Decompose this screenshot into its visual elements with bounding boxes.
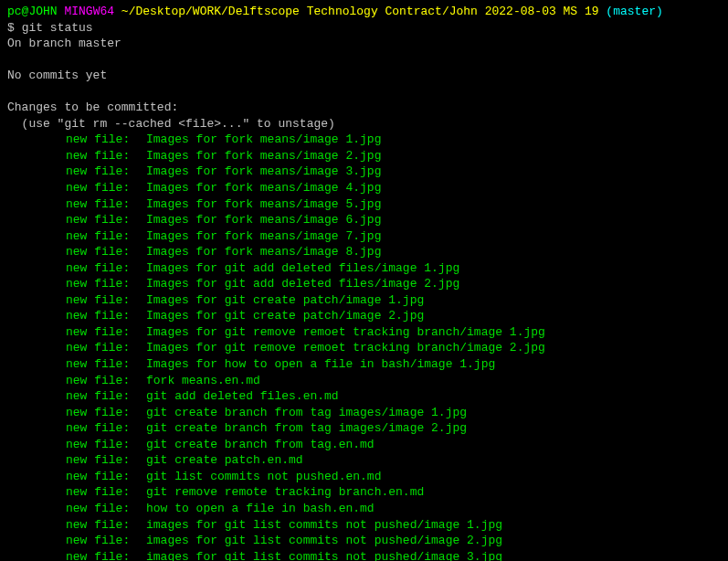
file-path: images for git list commits not pushed/i… [146, 534, 502, 547]
prompt-branch-open: ( [606, 5, 613, 18]
changes-header: Changes to be committed: [7, 100, 721, 116]
no-commits-line: No commits yet [7, 68, 721, 84]
file-path: git add deleted files.en.md [146, 389, 339, 403]
file-status: new file: [66, 452, 146, 469]
file-status: new file: [66, 340, 146, 356]
file-status: new file: [66, 148, 146, 164]
file-status: new file: [66, 484, 146, 501]
prompt-path: /Desktop/WORK/Delftscope Technology Cont… [129, 5, 599, 18]
file-entry: new file:Images for git create patch/ima… [7, 308, 721, 324]
file-status: new file: [66, 308, 146, 324]
file-entry: new file:Images for fork means/image 8.j… [7, 244, 721, 260]
blank-line [7, 52, 721, 69]
file-path: git create patch.en.md [146, 453, 303, 467]
file-status: new file: [66, 212, 146, 228]
file-entry: new file:Images for fork means/image 7.j… [7, 228, 721, 245]
file-status: new file: [66, 533, 146, 549]
terminal-prompt: pc@JOHN MINGW64 ~/Desktop/WORK/Delftscop… [7, 4, 721, 20]
file-path: Images for git add deleted files/image 2… [146, 277, 459, 291]
file-path: Images for fork means/image 6.jpg [146, 213, 381, 227]
file-status: new file: [66, 180, 146, 196]
file-entry: new file:git list commits not pushed.en.… [7, 469, 721, 485]
file-status: new file: [66, 420, 146, 437]
file-entry: new file:Images for fork means/image 5.j… [7, 196, 721, 213]
file-list: new file:Images for fork means/image 1.j… [7, 132, 721, 561]
file-entry: new file:Images for fork means/image 6.j… [7, 212, 721, 228]
file-path: Images for fork means/image 7.jpg [146, 229, 381, 243]
file-path: git create branch from tag images/image … [146, 406, 467, 419]
file-status: new file: [66, 549, 146, 561]
file-entry: new file:images for git list commits not… [7, 533, 721, 549]
prompt-env: MINGW64 [64, 5, 114, 18]
file-entry: new file:fork means.en.md [7, 373, 721, 389]
file-status: new file: [66, 164, 146, 180]
prompt-branch-close: ) [656, 5, 663, 18]
file-entry: new file:images for git list commits not… [7, 517, 721, 534]
unstage-hint: (use "git rm --cached <file>..." to unst… [7, 116, 721, 132]
file-entry: new file:git create branch from tag imag… [7, 420, 721, 437]
file-status: new file: [66, 260, 146, 277]
prompt-tilde: ~ [121, 5, 129, 18]
file-entry: new file:git remove remote tracking bran… [7, 484, 721, 501]
file-entry: new file:Images for git create patch/ima… [7, 292, 721, 309]
prompt-user: pc@JOHN [7, 5, 58, 18]
file-status: new file: [66, 405, 146, 421]
file-entry: new file:Images for fork means/image 1.j… [7, 132, 721, 148]
file-path: images for git list commits not pushed/i… [146, 550, 502, 561]
file-path: Images for git create patch/image 2.jpg [146, 309, 424, 323]
file-entry: new file:Images for fork means/image 2.j… [7, 148, 721, 164]
file-path: how to open a file in bash.en.md [146, 502, 375, 515]
file-entry: new file:git create patch.en.md [7, 452, 721, 469]
file-path: Images for how to open a file in bash/im… [146, 357, 495, 371]
on-branch-line: On branch master [7, 36, 721, 52]
file-entry: new file:Images for fork means/image 4.j… [7, 180, 721, 196]
blank-line [7, 84, 721, 101]
file-path: fork means.en.md [146, 374, 260, 387]
file-path: images for git list commits not pushed/i… [146, 518, 502, 532]
file-entry: new file:Images for git add deleted file… [7, 276, 721, 292]
file-path: Images for fork means/image 1.jpg [146, 132, 381, 146]
command-symbol: $ [7, 21, 15, 35]
prompt-branch: master [613, 5, 656, 18]
file-status: new file: [66, 501, 146, 517]
file-entry: new file:images for git list commits not… [7, 549, 721, 561]
command-text: git status [22, 21, 93, 35]
file-path: Images for fork means/image 4.jpg [146, 181, 381, 195]
file-status: new file: [66, 324, 146, 341]
file-path: git remove remote tracking branch.en.md [146, 485, 424, 499]
file-entry: new file:Images for fork means/image 3.j… [7, 164, 721, 180]
file-status: new file: [66, 356, 146, 373]
file-path: git create branch from tag images/image … [146, 421, 467, 435]
file-status: new file: [66, 196, 146, 213]
file-path: Images for fork means/image 2.jpg [146, 149, 381, 163]
file-entry: new file:git create branch from tag.en.m… [7, 437, 721, 453]
file-status: new file: [66, 276, 146, 292]
file-status: new file: [66, 132, 146, 148]
command-line: $ git status [7, 20, 721, 37]
file-status: new file: [66, 517, 146, 534]
file-entry: new file:git add deleted files.en.md [7, 388, 721, 405]
file-path: Images for git create patch/image 1.jpg [146, 293, 424, 307]
file-path: Images for git add deleted files/image 1… [146, 261, 459, 275]
file-entry: new file:Images for git add deleted file… [7, 260, 721, 277]
file-status: new file: [66, 244, 146, 260]
file-path: git list commits not pushed.en.md [146, 470, 381, 483]
file-path: Images for git remove remoet tracking br… [146, 341, 545, 355]
file-entry: new file:Images for how to open a file i… [7, 356, 721, 373]
file-path: Images for fork means/image 5.jpg [146, 197, 381, 211]
file-status: new file: [66, 469, 146, 485]
file-status: new file: [66, 437, 146, 453]
file-status: new file: [66, 373, 146, 389]
file-entry: new file:Images for git remove remoet tr… [7, 340, 721, 356]
file-path: Images for git remove remoet tracking br… [146, 325, 545, 339]
file-path: Images for fork means/image 3.jpg [146, 164, 381, 178]
file-status: new file: [66, 228, 146, 245]
file-path: Images for fork means/image 8.jpg [146, 245, 381, 259]
file-path: git create branch from tag.en.md [146, 438, 375, 451]
file-status: new file: [66, 292, 146, 309]
file-entry: new file:Images for git remove remoet tr… [7, 324, 721, 341]
file-entry: new file:git create branch from tag imag… [7, 405, 721, 421]
file-status: new file: [66, 388, 146, 405]
file-entry: new file:how to open a file in bash.en.m… [7, 501, 721, 517]
